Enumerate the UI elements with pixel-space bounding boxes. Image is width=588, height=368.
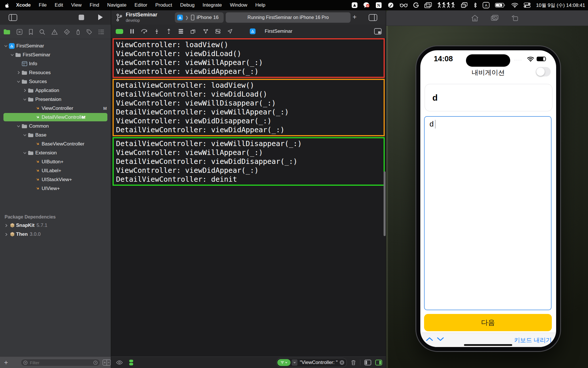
control-center-icon[interactable] <box>524 3 531 8</box>
tree-item-application[interactable]: Application <box>0 86 111 95</box>
add-item-button[interactable]: + <box>4 359 8 367</box>
flat-hierarchical-toggle-icon[interactable] <box>102 359 111 366</box>
home-icon[interactable] <box>471 15 479 22</box>
step-into-icon[interactable] <box>154 29 159 34</box>
menu-item-find[interactable]: Find <box>86 2 103 8</box>
tree-item-baseviewcontroller[interactable]: BaseViewController <box>0 139 111 148</box>
inspector-toggle-icon[interactable] <box>369 14 377 21</box>
apple-menu-icon[interactable] <box>0 3 12 8</box>
menu-item-file[interactable]: File <box>35 2 51 8</box>
bluetooth-icon[interactable] <box>473 2 477 8</box>
tree-item-viewcontroller[interactable]: ViewControllerM <box>0 104 111 113</box>
navigator-tab-search-icon[interactable] <box>39 29 45 35</box>
app-glasses-icon[interactable] <box>400 3 408 8</box>
tree-item-uistackview-[interactable]: UIStackView+ <box>0 175 111 184</box>
tree-item-firstseminar[interactable]: FirstSeminar <box>0 41 111 50</box>
next-field-chevron-icon[interactable] <box>437 337 444 341</box>
home-indicator[interactable] <box>464 344 512 346</box>
disclosure-down-icon[interactable] <box>10 54 15 56</box>
screen-mirroring-icon[interactable] <box>424 2 432 8</box>
menu-item-navigate[interactable]: Navigate <box>103 2 130 8</box>
filter-active-icon[interactable] <box>277 359 291 366</box>
app-g-icon[interactable] <box>413 2 419 8</box>
disclosure-right-icon[interactable] <box>22 89 27 92</box>
disclosure-down-icon[interactable] <box>3 45 8 47</box>
library-add-button[interactable]: + <box>353 13 357 21</box>
app-notion-icon[interactable]: N <box>376 2 382 8</box>
disclosure-right-icon[interactable] <box>4 233 9 236</box>
filter-input[interactable] <box>29 360 82 365</box>
disclosure-down-icon[interactable] <box>22 98 27 101</box>
navigator-tab-diamond-check-icon[interactable] <box>64 29 70 35</box>
menu-item-help[interactable]: Help <box>251 2 269 8</box>
environment-overrides-icon[interactable] <box>215 29 220 34</box>
app-pen-icon[interactable] <box>387 2 394 8</box>
previous-field-chevron-icon[interactable] <box>426 337 433 341</box>
package-item-snapkit[interactable]: SnapKit5.7.1 <box>4 223 47 228</box>
text-field[interactable]: d <box>425 84 552 111</box>
navigator-filter-field[interactable] <box>21 359 100 366</box>
disclosure-down-icon[interactable] <box>16 80 21 83</box>
toolbar-branch-name[interactable]: develop <box>126 18 140 23</box>
scheme-selector[interactable]: ❯ iPhone 16 <box>175 12 224 23</box>
menu-item-xcode[interactable]: Xcode <box>12 2 35 8</box>
menu-item-window[interactable]: Window <box>226 2 251 8</box>
clear-console-icon[interactable] <box>351 360 356 365</box>
menubar-clock[interactable]: 10월 9일 (수) 14:08:41 <box>536 2 585 9</box>
stop-button[interactable] <box>79 15 84 20</box>
disclosure-down-icon[interactable] <box>16 125 21 127</box>
app-play-icon[interactable] <box>351 2 358 8</box>
step-out-icon[interactable] <box>166 29 171 34</box>
toolbar-project-name[interactable]: FirstSeminar <box>126 12 157 18</box>
process-name[interactable]: FirstSeminar <box>265 28 292 34</box>
text-view[interactable]: d <box>424 116 552 310</box>
filter-history-chevron[interactable] <box>292 359 297 366</box>
console-output[interactable]: ViewController: loadView()ViewController… <box>113 38 385 187</box>
navigator-tab-warning-icon[interactable] <box>51 29 58 35</box>
tree-item-uiview-[interactable]: UIView+ <box>0 184 111 193</box>
disclosure-right-icon[interactable] <box>4 224 9 227</box>
tree-item-extension[interactable]: Extension <box>0 148 111 157</box>
tree-item-sources[interactable]: Sources <box>0 77 111 86</box>
navigator-toggle-icon[interactable] <box>9 14 17 21</box>
dancers-icon[interactable] <box>437 2 456 8</box>
view-layers-icon[interactable] <box>190 29 196 34</box>
console-pane-active-icon[interactable] <box>375 360 382 365</box>
disclosure-down-icon[interactable] <box>22 134 27 136</box>
console-pane-toggle-icon[interactable] <box>374 28 382 34</box>
input-source-a-icon[interactable]: A <box>483 2 490 8</box>
console-filter[interactable]: "ViewController: " <box>276 358 347 367</box>
show-only-visible-icon[interactable] <box>116 360 123 365</box>
window-manager-icon[interactable] <box>461 2 468 8</box>
variables-pane-toggle-icon[interactable] <box>364 360 371 365</box>
menu-item-edit[interactable]: Edit <box>51 2 67 8</box>
menu-item-product[interactable]: Product <box>151 2 176 8</box>
tree-item-detailviewcontroller[interactable]: DetailViewControllerM <box>0 113 111 122</box>
nav-toggle-switch[interactable] <box>536 67 551 76</box>
navigator-tab-bookmark-icon[interactable] <box>29 29 33 35</box>
tree-item-firstseminar[interactable]: FirstSeminar <box>0 50 111 59</box>
debug-hierarchy-icon[interactable] <box>178 29 183 34</box>
disclosure-right-icon[interactable] <box>16 71 21 74</box>
step-over-icon[interactable] <box>141 29 147 34</box>
memory-graph-icon[interactable] <box>203 29 208 34</box>
navigator-tab-list-icon[interactable] <box>98 29 104 34</box>
rotate-icon[interactable] <box>511 15 519 22</box>
package-item-then[interactable]: Then3.0.0 <box>4 231 40 237</box>
keyboard-dismiss-button[interactable]: 키보드 내리기 <box>514 336 552 344</box>
tree-item-uibutton-[interactable]: UIButton+ <box>0 157 111 166</box>
navigator-tab-close-box-icon[interactable] <box>17 29 22 35</box>
menu-item-view[interactable]: View <box>67 2 86 8</box>
wifi-icon[interactable] <box>511 3 518 8</box>
disclosure-down-icon[interactable] <box>22 152 27 154</box>
navigator-tab-spray-icon[interactable] <box>76 29 80 35</box>
run-button[interactable] <box>98 14 103 21</box>
tree-item-uilabel-[interactable]: UILabel+ <box>0 166 111 175</box>
menu-item-editor[interactable]: Editor <box>130 2 151 8</box>
clear-filter-icon[interactable] <box>339 360 345 365</box>
screenshot-camera-icon[interactable] <box>491 15 499 22</box>
tree-item-base[interactable]: Base <box>0 131 111 139</box>
recent-clock-icon[interactable] <box>93 361 98 365</box>
pause-icon[interactable] <box>130 29 134 34</box>
navigator-tab-folder-icon[interactable] <box>3 29 10 34</box>
